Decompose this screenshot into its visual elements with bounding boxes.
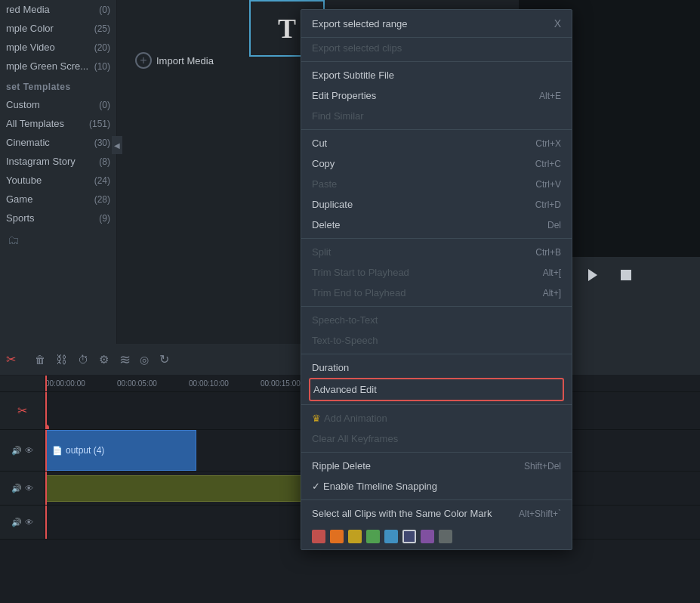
ruler-mark-1: 00:00:05:00 <box>117 379 189 388</box>
ruler-mark-2: 00:00:10:00 <box>189 379 261 388</box>
track-side-icons-4: 🔊 👁 <box>11 518 33 527</box>
menu-divider-3 <box>301 238 572 239</box>
timeline-unlink-icon[interactable]: ⛓ <box>56 353 67 366</box>
check-mark-icon: ✓ <box>312 481 320 492</box>
track-label-1: ✂ <box>0 392 45 429</box>
menu-item-delete[interactable]: Delete Del <box>301 215 572 235</box>
menu-item-export-clips: Export selected clips <box>301 38 572 58</box>
output-clip-icon: 📄 <box>52 446 63 456</box>
sidebar-item-instagram[interactable]: Instagram Story (8) <box>0 152 116 171</box>
track-side-icons-3: 🔊 👁 <box>11 484 33 493</box>
menu-divider-4 <box>301 306 572 307</box>
menu-item-duplicate[interactable]: Duplicate Ctrl+D <box>301 194 572 215</box>
menu-item-edit-properties[interactable]: Edit Properties Alt+E <box>301 85 572 106</box>
menu-divider-8 <box>301 499 572 500</box>
sidebar-item-all-templates[interactable]: All Templates (151) <box>0 114 116 133</box>
stop-button[interactable] <box>615 264 637 286</box>
menu-divider-2 <box>301 129 572 130</box>
menu-item-text-to-speech: Text-to-Speech <box>301 330 572 351</box>
play-button[interactable] <box>582 264 603 286</box>
advanced-edit-highlight: Advanced Edit <box>309 378 564 401</box>
track-playhead-1 <box>45 392 47 429</box>
menu-item-ripple-delete[interactable]: Ripple Delete Shift+Del <box>301 456 572 476</box>
sidebar-item-game[interactable]: Game (28) <box>0 190 116 209</box>
timeline-adjustments-icon[interactable]: ⚙ <box>99 353 109 366</box>
output-clip-bar[interactable]: 📄 output (4) <box>45 430 196 471</box>
track-scissors-icon: ✂ <box>17 404 27 418</box>
sidebar-item-youtube[interactable]: Youtube (24) <box>0 171 116 190</box>
menu-item-speech-to-text: Speech-to-Text <box>301 310 572 330</box>
track-label-3: 🔊 👁 <box>0 472 45 505</box>
menu-item-trim-end: Trim End to Playhead Alt+] <box>301 283 572 303</box>
sidebar-item-cinematic[interactable]: Cinematic (30) <box>0 133 116 152</box>
context-menu-header: Export selected range X <box>301 10 572 38</box>
sidebar-item-custom[interactable]: Custom (0) <box>0 95 116 114</box>
menu-divider-6 <box>301 404 572 405</box>
menu-item-enable-snapping[interactable]: ✓ Enable Timeline Snapping <box>301 476 572 496</box>
timeline-waveform-icon[interactable]: ≋ <box>119 351 129 368</box>
sidebar-item-sample-color[interactable]: mple Color (25) <box>0 19 116 38</box>
track-eye-icon[interactable]: 👁 <box>25 446 33 455</box>
menu-item-clear-keyframes: Clear All Keyframes <box>301 428 572 449</box>
menu-divider-7 <box>301 452 572 453</box>
media-toolbar: + Import Media <box>117 45 232 76</box>
menu-item-add-animation: ♛ Add Animation <box>301 408 572 428</box>
context-menu-close-button[interactable]: X <box>554 17 561 29</box>
color-mark-gray[interactable] <box>439 530 452 543</box>
context-menu: Export selected range X Export selected … <box>301 9 572 550</box>
menu-item-advanced-edit[interactable]: Advanced Edit <box>310 379 563 400</box>
sidebar-item-red-media[interactable]: red Media (0) <box>0 0 116 19</box>
menu-item-trim-start: Trim Start to Playhead Alt+[ <box>301 262 572 283</box>
track-vol-icon-4[interactable]: 👁 <box>25 518 33 527</box>
color-mark-blue[interactable] <box>384 530 398 543</box>
timeline-loop-icon[interactable]: ↻ <box>159 352 169 366</box>
menu-item-duration[interactable]: Duration <box>301 357 572 378</box>
text-T-icon: T <box>278 13 296 45</box>
color-mark-red[interactable] <box>312 530 325 543</box>
track-audio-icon-4[interactable]: 🔊 <box>11 518 22 527</box>
color-mark-dark-blue[interactable] <box>402 530 416 543</box>
folder-icon: 🗂 <box>0 227 116 253</box>
track-playhead-4 <box>45 506 47 539</box>
play-triangle-icon <box>588 269 597 281</box>
menu-item-paste: Paste Ctrl+V <box>301 174 572 194</box>
menu-item-copy[interactable]: Copy Ctrl+C <box>301 153 572 174</box>
sidebar-item-sample-green[interactable]: mple Green Scre... (10) <box>0 57 116 76</box>
ruler-playhead-line <box>45 376 47 391</box>
track-side-icons-2: 🔊 👁 <box>11 446 33 456</box>
menu-item-select-same-color[interactable]: Select all Clips with the Same Color Mar… <box>301 503 572 524</box>
timeline-timer-icon[interactable]: ⏱ <box>78 354 88 366</box>
color-mark-green[interactable] <box>366 530 380 543</box>
crown-icon: ♛ <box>312 413 321 424</box>
sidebar-item-sample-video[interactable]: mple Video (20) <box>0 38 116 57</box>
stop-square-icon <box>621 270 631 280</box>
track-speaker-icon[interactable]: 🔊 <box>11 446 22 456</box>
import-media-button[interactable]: + Import Media <box>129 49 220 72</box>
track-vol-icon-3[interactable]: 👁 <box>25 484 33 493</box>
menu-item-cut[interactable]: Cut Ctrl+X <box>301 133 572 153</box>
templates-section-header: set Templates <box>0 76 116 95</box>
color-mark-orange[interactable] <box>330 530 344 543</box>
menu-divider-1 <box>301 61 572 62</box>
ruler-mark-0: 00:00:00:00 <box>45 379 117 388</box>
track-playhead-3 <box>45 472 47 505</box>
collapse-sidebar-button[interactable]: ◀ <box>112 136 122 154</box>
menu-item-split: Split Ctrl+B <box>301 242 572 262</box>
track-label-2: 🔊 👁 <box>0 430 45 471</box>
menu-item-find-similar: Find Similar <box>301 106 572 126</box>
timeline-trash-icon[interactable]: 🗑 <box>35 354 45 366</box>
audio-clip-bar[interactable] <box>45 475 332 502</box>
timeline-cut-icon[interactable]: ✂ <box>6 351 24 369</box>
track-audio-icon-3[interactable]: 🔊 <box>11 484 22 493</box>
color-marks-row <box>301 524 572 549</box>
plus-icon: + <box>135 52 152 69</box>
sidebar-item-sports[interactable]: Sports (9) <box>0 209 116 227</box>
menu-divider-5 <box>301 354 572 354</box>
color-mark-purple[interactable] <box>421 530 434 543</box>
menu-item-export-subtitle[interactable]: Export Subtitle File <box>301 65 572 85</box>
track-playhead-2 <box>45 430 47 471</box>
track-label-4: 🔊 👁 <box>0 506 45 539</box>
color-mark-yellow[interactable] <box>348 530 362 543</box>
timeline-target-icon[interactable]: ◎ <box>140 354 149 366</box>
